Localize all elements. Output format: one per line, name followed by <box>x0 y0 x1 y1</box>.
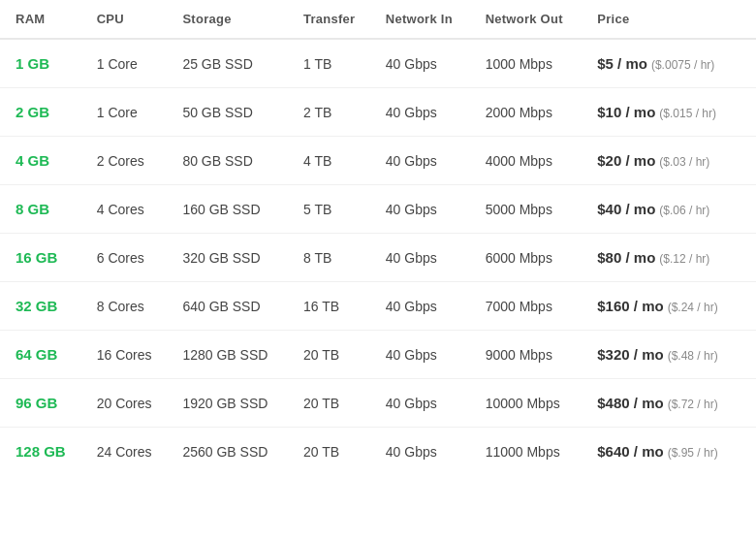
price-hourly: ($.48 / hr) <box>668 349 718 363</box>
pricing-table-container: RAM CPU Storage Transfer Network In Netw… <box>0 0 756 475</box>
table-row: 128 GB24 Cores2560 GB SSD20 TB40 Gbps110… <box>0 428 756 476</box>
network-out-cell: 7000 Mbps <box>476 282 588 331</box>
price-cell: $10 / mo($.015 / hr) <box>587 88 756 137</box>
table-row: 32 GB8 Cores640 GB SSD16 TB40 Gbps7000 M… <box>0 282 756 331</box>
price-main: $640 / mo <box>597 443 663 460</box>
price-main: $480 / mo <box>597 395 663 411</box>
network-in-cell: 40 Gbps <box>376 379 476 428</box>
ram-cell: 64 GB <box>0 331 87 379</box>
ram-cell: 1 GB <box>0 39 87 88</box>
col-header-network-in: Network In <box>376 0 476 39</box>
network-in-cell: 40 Gbps <box>376 428 476 476</box>
col-header-cpu: CPU <box>87 0 173 39</box>
price-cell: $480 / mo($.72 / hr) <box>587 379 756 428</box>
price-hourly: ($.0075 / hr) <box>651 58 714 72</box>
table-row: 2 GB1 Core50 GB SSD2 TB40 Gbps2000 Mbps$… <box>0 88 756 137</box>
price-cell: $640 / mo($.95 / hr) <box>587 428 756 476</box>
transfer-cell: 20 TB <box>294 428 376 476</box>
transfer-cell: 1 TB <box>294 39 376 88</box>
ram-cell: 4 GB <box>0 137 87 185</box>
network-out-cell: 2000 Mbps <box>476 88 588 137</box>
network-in-cell: 40 Gbps <box>376 137 476 185</box>
network-out-cell: 9000 Mbps <box>476 331 588 379</box>
transfer-cell: 4 TB <box>294 137 376 185</box>
ram-cell: 96 GB <box>0 379 87 428</box>
price-hourly: ($.72 / hr) <box>668 398 718 411</box>
network-in-cell: 40 Gbps <box>376 282 476 331</box>
price-main: $10 / mo <box>597 104 655 120</box>
cpu-cell: 1 Core <box>87 88 173 137</box>
price-cell: $80 / mo($.12 / hr) <box>587 234 756 282</box>
col-header-transfer: Transfer <box>294 0 376 39</box>
storage-cell: 1280 GB SSD <box>173 331 294 379</box>
storage-cell: 1920 GB SSD <box>173 379 294 428</box>
price-main: $160 / mo <box>597 298 663 314</box>
price-cell: $5 / mo($.0075 / hr) <box>587 39 756 88</box>
price-main: $20 / mo <box>597 152 655 169</box>
network-out-cell: 6000 Mbps <box>476 234 588 282</box>
price-main: $40 / mo <box>597 201 655 217</box>
ram-cell: 2 GB <box>0 88 87 137</box>
storage-cell: 160 GB SSD <box>173 185 294 234</box>
table-row: 16 GB6 Cores320 GB SSD8 TB40 Gbps6000 Mb… <box>0 234 756 282</box>
col-header-price: Price <box>587 0 756 39</box>
transfer-cell: 8 TB <box>294 234 376 282</box>
table-row: 96 GB20 Cores1920 GB SSD20 TB40 Gbps1000… <box>0 379 756 428</box>
transfer-cell: 2 TB <box>294 88 376 137</box>
storage-cell: 320 GB SSD <box>173 234 294 282</box>
ram-cell: 128 GB <box>0 428 87 476</box>
price-hourly: ($.06 / hr) <box>659 204 709 217</box>
cpu-cell: 1 Core <box>87 39 173 88</box>
storage-cell: 2560 GB SSD <box>173 428 294 476</box>
cpu-cell: 24 Cores <box>87 428 173 476</box>
table-row: 8 GB4 Cores160 GB SSD5 TB40 Gbps5000 Mbp… <box>0 185 756 234</box>
price-cell: $40 / mo($.06 / hr) <box>587 185 756 234</box>
network-out-cell: 1000 Mbps <box>476 39 588 88</box>
col-header-ram: RAM <box>0 0 87 39</box>
network-in-cell: 40 Gbps <box>376 331 476 379</box>
price-hourly: ($.015 / hr) <box>659 107 716 120</box>
transfer-cell: 20 TB <box>294 331 376 379</box>
network-in-cell: 40 Gbps <box>376 234 476 282</box>
pricing-table: RAM CPU Storage Transfer Network In Netw… <box>0 0 756 475</box>
network-in-cell: 40 Gbps <box>376 185 476 234</box>
cpu-cell: 16 Cores <box>87 331 173 379</box>
ram-cell: 32 GB <box>0 282 87 331</box>
storage-cell: 25 GB SSD <box>173 39 294 88</box>
cpu-cell: 4 Cores <box>87 185 173 234</box>
transfer-cell: 5 TB <box>294 185 376 234</box>
price-cell: $20 / mo($.03 / hr) <box>587 137 756 185</box>
price-main: $5 / mo <box>597 55 647 72</box>
network-out-cell: 11000 Mbps <box>476 428 588 476</box>
table-header-row: RAM CPU Storage Transfer Network In Netw… <box>0 0 756 39</box>
storage-cell: 640 GB SSD <box>173 282 294 331</box>
col-header-network-out: Network Out <box>476 0 588 39</box>
price-cell: $320 / mo($.48 / hr) <box>587 331 756 379</box>
network-out-cell: 4000 Mbps <box>476 137 588 185</box>
cpu-cell: 8 Cores <box>87 282 173 331</box>
cpu-cell: 6 Cores <box>87 234 173 282</box>
storage-cell: 50 GB SSD <box>173 88 294 137</box>
network-in-cell: 40 Gbps <box>376 88 476 137</box>
price-cell: $160 / mo($.24 / hr) <box>587 282 756 331</box>
network-out-cell: 5000 Mbps <box>476 185 588 234</box>
table-row: 1 GB1 Core25 GB SSD1 TB40 Gbps1000 Mbps$… <box>0 39 756 88</box>
price-hourly: ($.03 / hr) <box>659 155 709 169</box>
price-main: $320 / mo <box>597 346 663 363</box>
ram-cell: 8 GB <box>0 185 87 234</box>
ram-cell: 16 GB <box>0 234 87 282</box>
price-hourly: ($.24 / hr) <box>668 301 718 314</box>
network-in-cell: 40 Gbps <box>376 39 476 88</box>
col-header-storage: Storage <box>173 0 294 39</box>
cpu-cell: 20 Cores <box>87 379 173 428</box>
transfer-cell: 16 TB <box>294 282 376 331</box>
price-main: $80 / mo <box>597 249 655 266</box>
price-hourly: ($.12 / hr) <box>659 252 709 266</box>
transfer-cell: 20 TB <box>294 379 376 428</box>
price-hourly: ($.95 / hr) <box>668 446 718 460</box>
table-row: 64 GB16 Cores1280 GB SSD20 TB40 Gbps9000… <box>0 331 756 379</box>
cpu-cell: 2 Cores <box>87 137 173 185</box>
table-row: 4 GB2 Cores80 GB SSD4 TB40 Gbps4000 Mbps… <box>0 137 756 185</box>
storage-cell: 80 GB SSD <box>173 137 294 185</box>
table-body: 1 GB1 Core25 GB SSD1 TB40 Gbps1000 Mbps$… <box>0 39 756 475</box>
